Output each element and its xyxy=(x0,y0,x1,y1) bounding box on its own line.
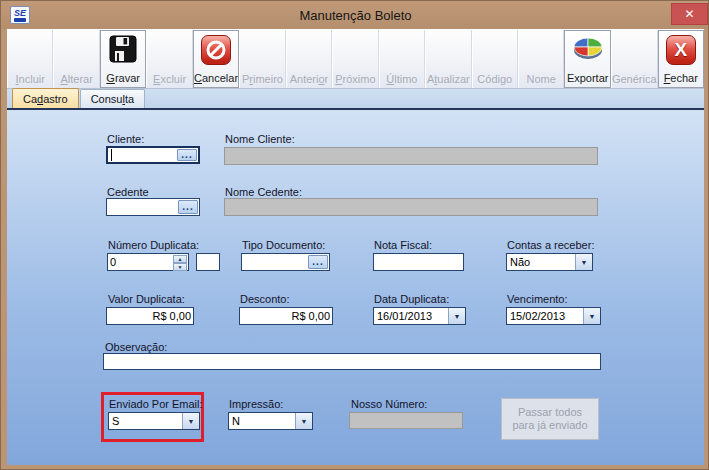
data-duplicata-label: Data Duplicata: xyxy=(374,293,449,305)
floppy-disk-icon xyxy=(109,35,137,67)
valor-duplicata-value: R$ 0,00 xyxy=(152,310,191,322)
enviado-por-email-select[interactable]: S ▼ xyxy=(108,412,200,430)
numero-duplicata-spinner: ▲ ▼ xyxy=(173,255,187,269)
close-icon: ✕ xyxy=(684,7,694,21)
toolbar-button-label: Atualizar xyxy=(427,73,470,85)
toolbar-button-fechar[interactable]: X Fechar xyxy=(658,30,704,88)
toolbar-button-label: Fechar xyxy=(664,72,698,84)
numero-duplicata-value: 0 xyxy=(110,256,116,268)
toolbar-button-incluir: Incluir xyxy=(7,30,53,88)
tab-label: Cadastro xyxy=(23,93,68,105)
ellipsis-icon: ... xyxy=(312,258,323,266)
toolbar-button-generica: Genérica xyxy=(611,30,658,88)
chevron-down-icon: ▼ xyxy=(589,313,596,320)
tab-label: Consulta xyxy=(91,93,134,105)
impressao-label: Impressão: xyxy=(229,398,283,410)
desconto-label: Desconto: xyxy=(240,293,290,305)
observacao-input[interactable] xyxy=(103,353,601,370)
contas-a-receber-value: Não xyxy=(510,256,530,268)
dropdown-button[interactable]: ▼ xyxy=(583,308,600,324)
toolbar-button-label: Alterar xyxy=(60,73,92,85)
nota-fiscal-label: Nota Fiscal: xyxy=(374,239,432,251)
cedente-lookup-button[interactable]: ... xyxy=(178,200,198,214)
desconto-input[interactable]: R$ 0,00 xyxy=(239,307,333,325)
vencimento-datepicker[interactable]: 15/02/2013 ▼ xyxy=(506,307,601,325)
contas-a-receber-label: Contas a receber: xyxy=(507,239,594,251)
numero-duplicata-spinedit[interactable]: 0 ▲ ▼ xyxy=(107,253,189,271)
chevron-down-icon: ▼ xyxy=(454,313,461,320)
valor-duplicata-input[interactable]: R$ 0,00 xyxy=(106,307,194,325)
cedente-input[interactable]: ... xyxy=(106,198,200,216)
tab-cadastro[interactable]: Cadastro xyxy=(12,88,79,108)
toolbar-button-codigo: Código xyxy=(472,30,518,88)
toolbar-button-label: Gravar xyxy=(106,72,140,84)
nota-fiscal-input[interactable] xyxy=(373,253,464,271)
spin-up-icon: ▲ xyxy=(178,256,183,262)
observacao-label: Observação: xyxy=(105,341,167,353)
toolbar-button-proximo: Próximo xyxy=(332,30,378,88)
nome-cedente-input xyxy=(224,198,598,216)
toolbar-button-exportar[interactable]: Exportar xyxy=(564,30,610,88)
toolbar-button-label: Primeiro xyxy=(242,73,283,85)
toolbar-button-alterar: Alterar xyxy=(53,30,99,88)
toolbar-button-label: Incluir xyxy=(16,73,45,85)
toolbar-button-label: Código xyxy=(477,73,512,85)
tab-bar: Cadastro Consulta xyxy=(7,89,704,110)
data-duplicata-value: 16/01/2013 xyxy=(377,310,432,322)
cliente-label: Cliente: xyxy=(107,133,144,145)
passar-todos-button: Passar todos para já enviado xyxy=(501,398,599,440)
vencimento-value: 15/02/2013 xyxy=(510,310,565,322)
window-close-button[interactable]: ✕ xyxy=(671,3,708,25)
toolbar-button-anterior: Anterior xyxy=(286,30,332,88)
nome-cliente-input xyxy=(224,147,598,165)
toolbar-button-gravar[interactable]: Gravar xyxy=(100,30,146,88)
spin-down-icon: ▼ xyxy=(178,264,183,270)
dropdown-button[interactable]: ▼ xyxy=(182,413,199,429)
cliente-lookup-button[interactable]: ... xyxy=(177,149,197,161)
spin-up-button[interactable]: ▲ xyxy=(173,255,187,263)
nosso-numero-input xyxy=(349,412,463,429)
toolbar-button-primeiro: Primeiro xyxy=(239,30,285,88)
toolbar: Incluir Alterar Gravar Excluir xyxy=(7,29,704,89)
spin-down-button[interactable]: ▼ xyxy=(173,263,187,271)
toolbar-button-label: Excluir xyxy=(153,73,186,85)
dropdown-button[interactable]: ▼ xyxy=(295,413,312,429)
data-duplicata-datepicker[interactable]: 16/01/2013 ▼ xyxy=(373,307,466,325)
chevron-down-icon: ▼ xyxy=(188,418,195,425)
titlebar: SE Manutenção Boleto ✕ xyxy=(1,1,709,29)
toolbar-button-cancelar[interactable]: Cancelar xyxy=(193,30,239,88)
nome-cedente-label: Nome Cedente: xyxy=(225,186,302,198)
chevron-down-icon: ▼ xyxy=(301,418,308,425)
numero-duplicata-label: Número Duplicata: xyxy=(108,239,199,251)
toolbar-button-excluir: Excluir xyxy=(146,30,192,88)
cliente-input[interactable]: ... xyxy=(106,146,200,164)
enviado-por-email-value: S xyxy=(112,415,119,427)
nosso-numero-label: Nosso Número: xyxy=(351,398,427,410)
toolbar-button-label: Genérica xyxy=(612,73,657,85)
red-x-icon: X xyxy=(666,35,696,65)
impressao-select[interactable]: N ▼ xyxy=(228,412,313,430)
window-manutencao-boleto: SE Manutenção Boleto ✕ Incluir Alterar xyxy=(0,0,709,470)
numero-duplicata-aux-input[interactable] xyxy=(196,253,220,271)
app-icon-text: SE xyxy=(14,9,26,17)
tipo-documento-label: Tipo Documento: xyxy=(242,239,325,251)
dropdown-button[interactable]: ▼ xyxy=(575,254,592,270)
contas-a-receber-select[interactable]: Não ▼ xyxy=(506,253,593,271)
ellipsis-icon: ... xyxy=(181,151,192,159)
enviado-por-email-label: Enviado Por Email: xyxy=(109,398,203,410)
tipo-documento-input[interactable]: ... xyxy=(241,253,330,271)
toolbar-button-nome: Nome xyxy=(518,30,564,88)
tab-consulta[interactable]: Consulta xyxy=(80,89,145,108)
impressao-value: N xyxy=(232,415,240,427)
ellipsis-icon: ... xyxy=(182,203,193,211)
chevron-down-icon: ▼ xyxy=(581,259,588,266)
toolbar-button-ultimo: Último xyxy=(379,30,425,88)
window-title: Manutenção Boleto xyxy=(1,8,709,23)
form-cadastro: Cliente: ... Nome Cliente: Cedente ... N… xyxy=(7,110,704,465)
toolbar-button-atualizar: Atualizar xyxy=(425,30,471,88)
nome-cliente-label: Nome Cliente: xyxy=(225,133,295,145)
toolbar-button-label: Cancelar xyxy=(194,72,238,84)
toolbar-button-label: Último xyxy=(386,73,417,85)
tipo-documento-lookup-button[interactable]: ... xyxy=(308,255,328,269)
dropdown-button[interactable]: ▼ xyxy=(448,308,465,324)
